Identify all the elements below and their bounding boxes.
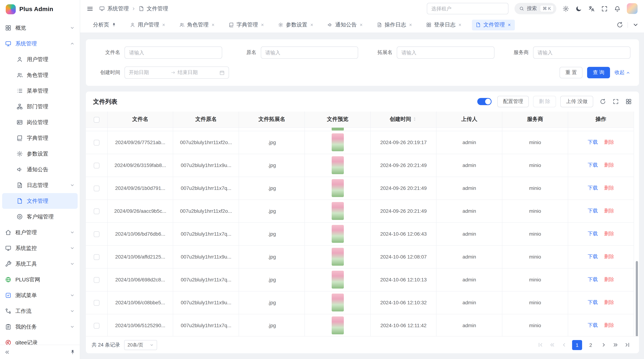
file-preview-thumbnail[interactable] bbox=[332, 271, 344, 289]
breadcrumb-item-parent[interactable]: 系统管理 bbox=[107, 5, 129, 12]
tab[interactable]: 登录日志 bbox=[422, 19, 466, 30]
sidebar-item[interactable]: 菜单管理 bbox=[0, 83, 80, 99]
download-link[interactable]: 下载 bbox=[588, 254, 598, 259]
filter-input[interactable] bbox=[124, 46, 222, 59]
download-link[interactable]: 下载 bbox=[588, 299, 598, 305]
last-page-icon[interactable] bbox=[624, 342, 630, 348]
brand[interactable]: Plus Admin bbox=[0, 0, 80, 18]
sidebar-item[interactable]: 系统工具 bbox=[0, 256, 80, 272]
sidebar-item[interactable]: 工作流 bbox=[0, 303, 80, 319]
file-preview-thumbnail[interactable] bbox=[332, 133, 344, 151]
prev-page-icon[interactable] bbox=[561, 342, 567, 348]
delete-link[interactable]: 删除 bbox=[604, 208, 614, 213]
close-icon[interactable] bbox=[211, 23, 215, 27]
hamburger-menu-icon[interactable] bbox=[86, 5, 94, 12]
column-header[interactable]: 文件预览 bbox=[305, 112, 371, 127]
table-row[interactable]: 2024/10/06/affd2125... 007u2bluly1hrr11x… bbox=[86, 245, 634, 268]
tab[interactable]: 通知公告 bbox=[324, 19, 367, 30]
sidebar-item[interactable]: 岗位管理 bbox=[0, 114, 80, 130]
pin-sidebar-icon[interactable] bbox=[70, 349, 76, 355]
download-link[interactable]: 下载 bbox=[588, 162, 598, 168]
download-link[interactable]: 下载 bbox=[588, 185, 598, 191]
dark-mode-moon-icon[interactable] bbox=[575, 5, 582, 12]
tenant-select[interactable] bbox=[427, 3, 508, 14]
search-bar-toggle[interactable] bbox=[477, 98, 492, 105]
batch-delete-button[interactable]: 删 除 bbox=[533, 96, 556, 107]
date-range-input[interactable]: 开始日期 结束日期 bbox=[124, 66, 229, 79]
download-link[interactable]: 下载 bbox=[588, 139, 598, 145]
column-header[interactable]: 文件名 bbox=[107, 112, 173, 127]
page-number[interactable]: 1 bbox=[572, 340, 582, 350]
refresh-icon[interactable] bbox=[616, 21, 623, 28]
close-icon[interactable] bbox=[359, 23, 363, 27]
sidebar-item[interactable]: 测试菜单 bbox=[0, 288, 80, 303]
row-checkbox[interactable] bbox=[94, 323, 100, 329]
table-row[interactable]: 2024/10/06/bd76db6... 007u2bluly1hrr11x7… bbox=[86, 222, 634, 245]
close-icon[interactable] bbox=[162, 23, 166, 27]
fullscreen-icon[interactable] bbox=[601, 5, 608, 12]
column-settings-icon[interactable] bbox=[626, 98, 632, 105]
download-link[interactable]: 下载 bbox=[588, 231, 598, 236]
table-row[interactable]: 2024/09/26/aacc9b5c... 007u2bluly1hrr11x… bbox=[86, 200, 634, 222]
upload-button[interactable]: 上传 没做 bbox=[560, 96, 593, 107]
delete-link[interactable]: 删除 bbox=[604, 276, 614, 282]
row-checkbox[interactable] bbox=[94, 231, 100, 237]
prev-pages-icon[interactable] bbox=[549, 342, 555, 348]
config-management-button[interactable]: 配置管理 bbox=[497, 96, 529, 107]
table-fullscreen-icon[interactable] bbox=[612, 98, 619, 105]
sidebar-item[interactable]: 客户端管理 bbox=[0, 209, 80, 225]
sidebar-item[interactable]: 部门管理 bbox=[0, 99, 80, 114]
table-row[interactable]: 2024/10/06/5125290... 007u2bluly1hrr11x7… bbox=[86, 314, 634, 336]
select-all-checkbox[interactable] bbox=[94, 117, 100, 123]
translate-icon[interactable] bbox=[588, 5, 595, 12]
column-header[interactable]: 创建时间 bbox=[371, 112, 436, 127]
column-header[interactable]: 文件原名 bbox=[173, 112, 239, 127]
close-icon[interactable] bbox=[408, 23, 412, 27]
delete-link[interactable]: 删除 bbox=[604, 254, 614, 259]
delete-link[interactable]: 删除 bbox=[604, 139, 614, 145]
tab[interactable]: 用户管理 bbox=[126, 19, 169, 30]
close-icon[interactable] bbox=[458, 23, 462, 27]
download-link[interactable]: 下载 bbox=[588, 276, 598, 282]
sort-icon[interactable] bbox=[412, 117, 417, 122]
sidebar-item[interactable]: PLUS官网 bbox=[0, 272, 80, 288]
delete-link[interactable]: 删除 bbox=[604, 162, 614, 168]
table-row[interactable]: 2024/10/06/698d2c8... 007u2bluly1hrr11x7… bbox=[86, 268, 634, 291]
row-checkbox[interactable] bbox=[94, 277, 100, 283]
sidebar-item[interactable]: 通知公告 bbox=[0, 162, 80, 177]
row-checkbox[interactable] bbox=[94, 254, 100, 260]
sidebar-item[interactable]: 租户管理 bbox=[0, 225, 80, 240]
sidebar-item[interactable]: 日志管理 bbox=[0, 177, 80, 193]
next-page-icon[interactable] bbox=[601, 342, 607, 348]
row-checkbox[interactable] bbox=[94, 140, 100, 145]
file-preview-thumbnail[interactable] bbox=[332, 156, 344, 174]
table-row[interactable]: 2024/09/26/3159fab8... 007u2bluly1hrr11x… bbox=[86, 154, 634, 177]
sidebar-item[interactable]: 字典管理 bbox=[0, 130, 80, 146]
file-preview-thumbnail[interactable] bbox=[332, 294, 344, 312]
row-checkbox[interactable] bbox=[94, 185, 100, 191]
tab[interactable]: 角色管理 bbox=[176, 19, 218, 30]
table-row[interactable]: 2024/09/26/1b0d791... 007u2bluly1hrr11x7… bbox=[86, 177, 634, 200]
tab[interactable]: 操作日志 bbox=[373, 19, 416, 30]
sidebar-item[interactable]: 用户管理 bbox=[0, 51, 80, 67]
collapse-sidebar-icon[interactable] bbox=[4, 349, 10, 355]
sidebar-item[interactable]: 概览 bbox=[0, 20, 80, 36]
user-avatar[interactable] bbox=[627, 3, 638, 14]
sidebar-item[interactable]: 文件管理 bbox=[2, 193, 78, 209]
sidebar-item[interactable]: 角色管理 bbox=[0, 67, 80, 83]
next-pages-icon[interactable] bbox=[612, 342, 618, 348]
row-checkbox[interactable] bbox=[94, 208, 100, 214]
delete-link[interactable]: 删除 bbox=[604, 185, 614, 191]
tab[interactable]: 参数设置 bbox=[274, 19, 317, 30]
table-row[interactable]: 2024/09/26/77521ab... 007u2bluly1hrr11xf… bbox=[86, 131, 634, 154]
close-icon[interactable] bbox=[260, 23, 264, 27]
file-preview-thumbnail[interactable] bbox=[332, 248, 344, 266]
refresh-table-icon[interactable] bbox=[600, 98, 606, 105]
close-icon[interactable] bbox=[507, 23, 511, 27]
column-header[interactable]: 服务商 bbox=[502, 112, 568, 127]
delete-link[interactable]: 删除 bbox=[604, 322, 614, 328]
file-preview-thumbnail[interactable] bbox=[332, 179, 344, 197]
file-preview-thumbnail[interactable] bbox=[332, 202, 344, 220]
tab[interactable]: 文件管理 bbox=[472, 19, 515, 30]
filter-input[interactable] bbox=[261, 46, 358, 59]
